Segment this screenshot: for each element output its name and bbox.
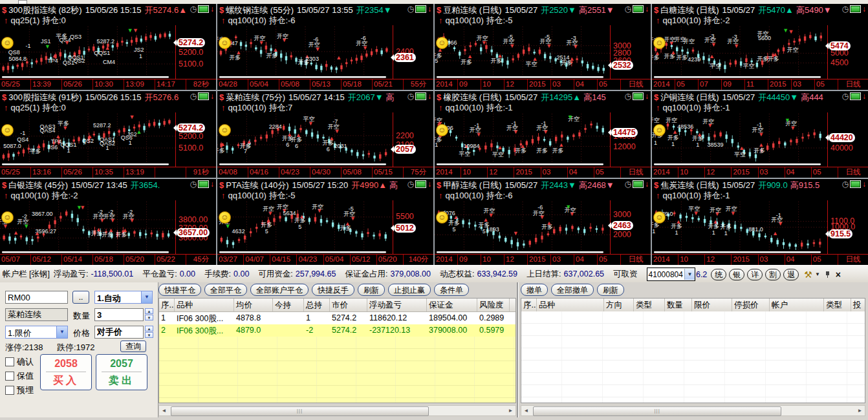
pin-icon[interactable]: [825, 271, 830, 278]
chart-plot[interactable]: 开空▼-2开空▼3867.00▼▼3596.27▲▲-2开空▼开多▲-2开空▼开…: [0, 200, 176, 254]
clock-icon[interactable]: ◷: [625, 92, 631, 100]
table-row[interactable]: 2IF06 300股...4879.0-25274.2-237120.13379…: [159, 324, 515, 337]
chart-panel-8[interactable]: $沪铜连续 (日线)15/05/27开44450▼高444◷↓↑qq100(10…: [652, 91, 868, 177]
cash-icon[interactable]: [415, 180, 426, 188]
clock-icon[interactable]: ◷: [842, 5, 849, 13]
orders-button[interactable]: 全部撤单: [551, 284, 594, 296]
cash-icon[interactable]: [633, 180, 644, 188]
clock-icon[interactable]: ◷: [625, 5, 631, 13]
chart-plot[interactable]: 开空开空开多1▲开多1▲48536开多1▲开空▼38539平空▲-1开空▼开多▲…: [652, 112, 828, 166]
table-row[interactable]: 1IF06 300股...4878.815274.2118620.1218950…: [159, 312, 515, 324]
chart-plot[interactable]: 3066开多5▲开空▼▲开多▲开多-5开空▼▲平空-5开空▼-3开空▼2514开…: [435, 25, 611, 79]
clock-icon[interactable]: ◷: [842, 92, 849, 100]
cash-icon[interactable]: [198, 92, 209, 100]
orders-button[interactable]: 刷新: [597, 284, 624, 296]
buy-button[interactable]: 2058 买入: [40, 354, 92, 390]
download-arrow-icon[interactable]: ↓: [428, 92, 431, 100]
checkbox-icon[interactable]: [5, 386, 14, 395]
sell-button[interactable]: 2057 卖出: [96, 354, 147, 390]
query-button[interactable]: 查询: [120, 341, 146, 352]
preset-checkbox[interactable]: 预埋: [5, 384, 34, 396]
download-arrow-icon[interactable]: ↓: [210, 92, 214, 100]
positions-button[interactable]: 快捷反手: [312, 284, 354, 296]
download-arrow-icon[interactable]: ↓: [428, 180, 431, 188]
chart-plot[interactable]: -1QS45087.0平多▲QAS3QAS4JS6TP4▲平多▼QQS11QS2…: [0, 112, 176, 166]
chart-panel-6[interactable]: $菜粕连续 (75分)15/05/27 14:15开2067▼高◷↓↑qq100…: [217, 91, 433, 177]
positions-button[interactable]: 全部平仓: [204, 284, 247, 296]
checkbox-icon[interactable]: [5, 357, 14, 366]
scroll-right-icon[interactable]: ►: [855, 406, 865, 415]
chart-plot[interactable]: 开空2447▲开多开空▼▲开多开空▼▲开多2303-6开空▼-6开空▼▲: [217, 25, 393, 79]
price-type-select[interactable]: 1.限价 ▼: [5, 326, 68, 339]
orders-hscrollbar[interactable]: ◄ ||| ►: [521, 405, 865, 416]
positions-button[interactable]: 刷新: [358, 284, 385, 296]
download-arrow-icon[interactable]: ↓: [428, 5, 431, 13]
clock-icon[interactable]: ◷: [190, 5, 197, 13]
clock-icon[interactable]: ◷: [407, 180, 414, 188]
quantity-input[interactable]: [94, 308, 144, 321]
chart-panel-5[interactable]: $300股指连续 (91秒)15/05/26 15:15开5276.6◷↓↑qq…: [0, 91, 216, 177]
scroll-left-icon[interactable]: ◄: [159, 406, 169, 415]
chart-panel-11[interactable]: $甲醇连续 (日线)15/05/27开2443▼高2468▼◷↓↑qq100(1…: [435, 179, 651, 265]
download-arrow-icon[interactable]: ↓: [645, 5, 649, 13]
cash-icon[interactable]: [633, 92, 644, 100]
account-pill-button[interactable]: 详: [747, 269, 763, 280]
confirm-checkbox[interactable]: 确认: [5, 356, 34, 368]
cash-icon[interactable]: [198, 180, 209, 188]
chart-plot[interactable]: 开多▲开多7▲2284开多6▲开多6▲平空▼-7开空▼开多6▲2031: [217, 112, 393, 166]
cash-icon[interactable]: [850, 5, 861, 13]
scroll-thumb[interactable]: |||: [533, 406, 781, 416]
close-icon[interactable]: ×: [836, 269, 841, 280]
positions-button[interactable]: 快捷平仓: [158, 284, 201, 296]
tools-icon[interactable]: ⚒: [804, 269, 812, 280]
quantity-stepper[interactable]: ▲▼: [145, 308, 153, 321]
chart-panel-3[interactable]: $豆粕连续 (日线)15/05/27开2520▼高2551▼◷↓↑qq100(1…: [435, 4, 651, 90]
chart-panel-4[interactable]: $白糖连续 (日线)15/05/27开5470▲高5490▼◷↓↑qq100(1…: [652, 4, 868, 90]
cash-icon[interactable]: [633, 5, 644, 13]
cash-icon[interactable]: [198, 5, 209, 13]
download-arrow-icon[interactable]: ↓: [862, 180, 866, 188]
chart-panel-9[interactable]: $白银连续 (45分)15/05/27 13:45开3654.◷↓↑qq100(…: [0, 179, 216, 265]
chart-plot[interactable]: 开空▼开多▲开空▼开多▲开空开空开多4239-3开空▼平空▲-3开空▼平空560…: [652, 25, 828, 79]
chart-plot[interactable]: -1QS85084.8JS1▼TP4▲平多QS4QS3▼QS1QS2QQS152…: [0, 25, 176, 79]
cash-icon[interactable]: [415, 92, 426, 100]
account-pill-button[interactable]: 银: [729, 269, 744, 280]
chart-plot[interactable]: 开空▼15296开多1▲平空▲10984-1开空▼平空▲-1开空▼开多▲-1开空…: [435, 112, 611, 166]
download-arrow-icon[interactable]: ↓: [645, 92, 649, 100]
caret-down-icon[interactable]: ▼: [815, 271, 820, 277]
clock-icon[interactable]: ◷: [842, 180, 849, 188]
contract-code-input[interactable]: [5, 291, 68, 304]
chevron-down-icon[interactable]: ▼: [684, 269, 695, 280]
mode-select[interactable]: 1.自动 ▼: [94, 291, 153, 304]
account-pill-button[interactable]: 退: [783, 269, 799, 280]
chevron-down-icon[interactable]: ▼: [141, 291, 152, 303]
clock-icon[interactable]: ◷: [190, 92, 197, 100]
clock-icon[interactable]: ◷: [190, 180, 197, 188]
download-arrow-icon[interactable]: ↓: [862, 5, 866, 13]
checkbox-icon[interactable]: [5, 372, 14, 381]
chevron-down-icon[interactable]: ▼: [56, 326, 67, 338]
chart-panel-12[interactable]: $焦炭连续 (日线)15/05/27开909.0高915.5◷↓↑qq100(1…: [652, 179, 868, 265]
chart-panel-2[interactable]: $螺纹钢连续 (55分)15/05/27 13:55开2354▼◷↓↑qq100…: [217, 4, 433, 90]
clock-icon[interactable]: ◷: [407, 92, 414, 100]
download-arrow-icon[interactable]: ↓: [862, 92, 866, 100]
chart-panel-1[interactable]: $300股指连续 (82秒)15/05/26 15:15开5274.6▲◷↓↑q…: [0, 4, 216, 90]
scroll-thumb[interactable]: |||: [171, 406, 429, 416]
positions-hscrollbar[interactable]: ◄ ||| ►: [158, 405, 516, 416]
positions-button[interactable]: 条件单: [434, 284, 469, 296]
scroll-left-icon[interactable]: ◄: [521, 406, 531, 415]
chart-plot[interactable]: 1189.0开多1▲开多1▲平空▼开空▼开多1▲开空▼开多1881.0-1开空▼…: [652, 200, 828, 254]
scroll-right-icon[interactable]: ►: [506, 406, 515, 415]
price-input[interactable]: [94, 326, 144, 339]
chart-plot[interactable]: 3076开多5▲开空▼开多5▲1893▼-6开空▼开多▲开空▼▼: [435, 200, 611, 254]
positions-button[interactable]: 止损止赢: [388, 284, 431, 296]
cash-icon[interactable]: [415, 5, 426, 13]
cash-icon[interactable]: [850, 92, 861, 100]
price-stepper[interactable]: ▲▼: [145, 326, 153, 339]
orders-button[interactable]: 撤单: [521, 284, 548, 296]
account-pill-button[interactable]: 割: [765, 269, 781, 280]
chart-plot[interactable]: -6开空▼4632开空▼开多5▲开空▼5634开多5▲开空▼-5开空▼开多▲: [217, 200, 393, 254]
browse-button[interactable]: ..: [72, 291, 89, 304]
clock-icon[interactable]: ◷: [625, 180, 631, 188]
download-arrow-icon[interactable]: ↓: [210, 5, 214, 13]
